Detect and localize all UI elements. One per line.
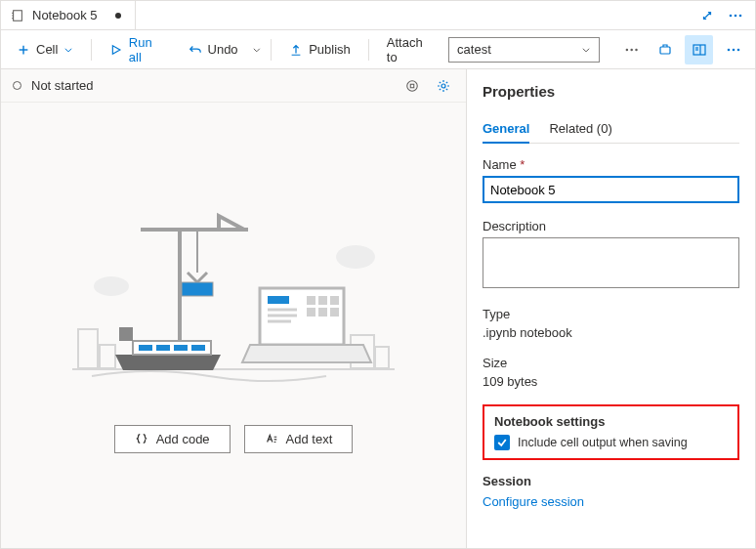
more-icon[interactable]: [624, 42, 639, 58]
notebook-settings-title: Notebook settings: [494, 414, 728, 429]
attach-to-value: catest: [457, 42, 491, 57]
more-icon[interactable]: [728, 8, 743, 23]
include-output-checkbox[interactable]: [494, 435, 510, 450]
run-all-button[interactable]: Run all: [102, 31, 174, 68]
svg-point-4: [730, 14, 733, 17]
svg-rect-48: [119, 327, 133, 341]
svg-rect-40: [307, 308, 315, 317]
status-text: Not started: [31, 78, 94, 93]
svg-rect-21: [410, 84, 414, 88]
tab-general[interactable]: General: [483, 115, 529, 144]
configure-session-link[interactable]: Configure session: [483, 494, 739, 509]
more-button-right[interactable]: [719, 35, 747, 64]
svg-point-6: [739, 14, 742, 17]
type-value: .ipynb notebook: [483, 325, 739, 340]
text-icon: [265, 432, 278, 445]
svg-rect-41: [318, 308, 327, 317]
svg-rect-24: [72, 368, 395, 370]
svg-rect-33: [268, 296, 289, 304]
chevron-down-icon: [581, 45, 591, 55]
svg-point-19: [736, 48, 739, 51]
chevron-down-icon[interactable]: [252, 45, 262, 55]
size-value: 109 bytes: [483, 374, 739, 389]
svg-point-18: [732, 48, 735, 51]
svg-rect-0: [14, 10, 22, 21]
svg-point-10: [631, 48, 634, 51]
properties-title: Properties: [483, 83, 739, 100]
attach-to-select[interactable]: catest: [448, 37, 600, 63]
gear-icon[interactable]: [433, 75, 454, 97]
session-title: Session: [483, 474, 739, 488]
name-label: Name *: [483, 157, 739, 172]
description-label: Description: [483, 219, 739, 233]
empty-illustration: [72, 198, 395, 403]
svg-rect-13: [693, 45, 705, 55]
unsaved-dot-icon: [115, 13, 121, 19]
svg-point-25: [94, 276, 129, 296]
notebook-icon: [11, 9, 24, 22]
tab-title: Notebook 5: [32, 8, 98, 22]
svg-point-5: [735, 14, 737, 17]
svg-rect-46: [174, 345, 188, 351]
include-output-label: Include cell output when saving: [518, 436, 688, 449]
publish-button[interactable]: Publish: [281, 38, 358, 61]
svg-rect-45: [156, 345, 170, 351]
svg-point-26: [336, 245, 375, 269]
type-label: Type: [483, 307, 739, 321]
svg-rect-44: [139, 345, 152, 351]
svg-point-17: [727, 48, 730, 51]
expand-icon[interactable]: [700, 9, 714, 22]
notebook-settings-section: Notebook settings Include cell output wh…: [483, 404, 739, 460]
add-text-button[interactable]: Add text: [244, 425, 354, 453]
svg-point-9: [626, 48, 629, 51]
svg-rect-31: [182, 282, 213, 296]
chevron-down-icon: [63, 45, 73, 55]
stop-icon[interactable]: [401, 75, 423, 97]
svg-rect-12: [660, 47, 670, 54]
variables-button[interactable]: [651, 35, 679, 64]
tab-related[interactable]: Related (0): [549, 115, 611, 143]
svg-point-11: [635, 48, 638, 51]
properties-toggle-button[interactable]: [685, 35, 713, 64]
tab-notebook[interactable]: Notebook 5: [1, 1, 136, 29]
add-code-button[interactable]: Add code: [114, 425, 231, 453]
cell-dropdown[interactable]: Cell: [9, 38, 81, 61]
name-input[interactable]: [483, 176, 739, 203]
svg-rect-37: [307, 296, 315, 305]
svg-rect-42: [330, 308, 339, 317]
description-input[interactable]: [483, 237, 739, 288]
attach-to-label: Attach to: [379, 31, 442, 68]
undo-button[interactable]: Undo: [181, 38, 246, 61]
braces-icon: [135, 432, 148, 445]
size-label: Size: [483, 356, 739, 370]
svg-point-20: [407, 80, 418, 91]
svg-rect-39: [330, 296, 339, 305]
svg-rect-38: [318, 296, 327, 305]
svg-rect-47: [191, 345, 205, 351]
status-indicator-icon: [13, 81, 21, 90]
svg-point-22: [441, 84, 445, 88]
